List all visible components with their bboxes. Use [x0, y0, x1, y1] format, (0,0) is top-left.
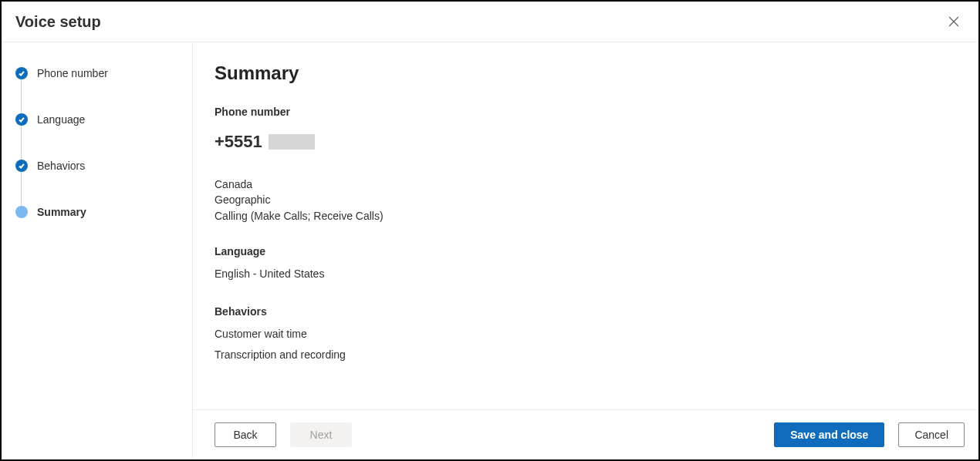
- page-title: Summary: [215, 62, 957, 84]
- wizard-content: Summary Phone number +5551 Canada Geogra…: [193, 42, 978, 459]
- cancel-button[interactable]: Cancel: [898, 422, 965, 447]
- behavior-item: Transcription and recording: [215, 345, 957, 365]
- behaviors-section-label: Behaviors: [215, 305, 957, 318]
- back-button[interactable]: Back: [215, 422, 276, 447]
- next-button: Next: [290, 422, 352, 447]
- step-connector: [21, 126, 22, 160]
- dialog-header: Voice setup: [2, 2, 978, 42]
- phone-capabilities: Calling (Make Calls; Receive Calls): [215, 208, 957, 224]
- step-connector: [21, 79, 22, 113]
- step-phone-number[interactable]: Phone number: [15, 67, 178, 79]
- phone-type: Geographic: [215, 192, 957, 207]
- phone-number-value: +5551: [215, 132, 262, 152]
- check-icon: [15, 160, 28, 172]
- step-language[interactable]: Language: [15, 113, 178, 126]
- current-step-icon: [15, 206, 28, 218]
- step-label: Language: [37, 113, 85, 126]
- wizard-footer: Back Next Save and close Cancel: [193, 409, 978, 459]
- language-section-label: Language: [215, 245, 957, 257]
- save-and-close-button[interactable]: Save and close: [774, 422, 884, 447]
- phone-number-row: +5551: [215, 132, 957, 152]
- behavior-item: Customer wait time: [215, 324, 957, 345]
- phone-details: Canada Geographic Calling (Make Calls; R…: [215, 177, 957, 224]
- step-summary[interactable]: Summary: [15, 206, 178, 218]
- step-connector: [21, 172, 22, 206]
- close-button[interactable]: [945, 12, 963, 31]
- step-label: Phone number: [37, 67, 108, 79]
- phone-number-redacted: [269, 134, 315, 150]
- footer-left: Back Next: [215, 422, 352, 447]
- dialog-title: Voice setup: [15, 13, 101, 31]
- phone-country: Canada: [215, 177, 957, 192]
- check-icon: [15, 113, 28, 126]
- dialog-body: Phone number Language Behaviors Summary …: [2, 42, 978, 459]
- check-icon: [15, 67, 28, 79]
- behaviors-section: Behaviors Customer wait time Transcripti…: [215, 305, 957, 365]
- close-icon: [948, 15, 960, 28]
- step-behaviors[interactable]: Behaviors: [15, 160, 178, 172]
- summary-panel: Summary Phone number +5551 Canada Geogra…: [193, 42, 978, 409]
- wizard-sidebar: Phone number Language Behaviors Summary: [2, 42, 193, 459]
- language-section: Language English - United States: [215, 245, 957, 284]
- footer-right: Save and close Cancel: [774, 422, 965, 447]
- language-value: English - United States: [215, 264, 957, 284]
- step-label: Behaviors: [37, 160, 85, 172]
- phone-section-label: Phone number: [215, 106, 957, 118]
- step-label: Summary: [37, 206, 86, 218]
